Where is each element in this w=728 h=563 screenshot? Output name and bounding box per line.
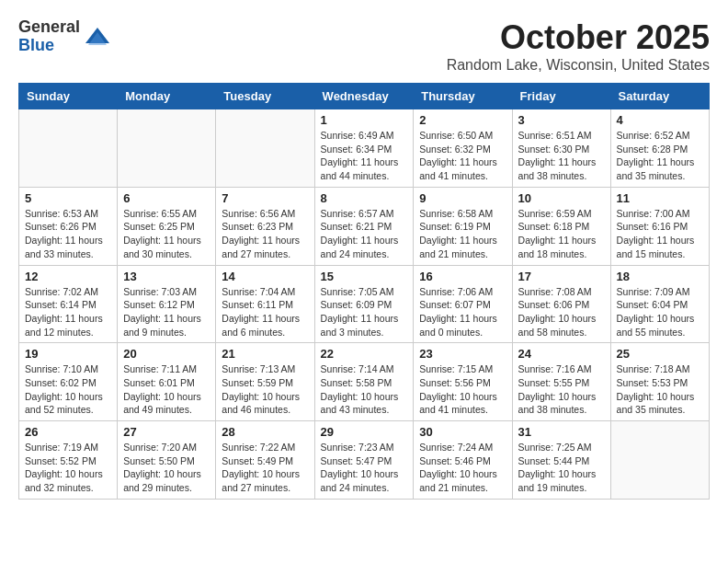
day-number: 18 — [617, 270, 703, 283]
calendar-header-row: SundayMondayTuesdayWednesdayThursdayFrid… — [19, 84, 710, 109]
day-info: Sunrise: 7:04 AM Sunset: 6:11 PM Dayligh… — [222, 285, 308, 339]
day-info: Sunrise: 6:53 AM Sunset: 6:26 PM Dayligh… — [25, 207, 111, 261]
day-info: Sunrise: 7:24 AM Sunset: 5:46 PM Dayligh… — [419, 441, 506, 495]
day-number: 9 — [419, 191, 506, 205]
day-number: 30 — [419, 425, 506, 439]
day-number: 23 — [419, 347, 506, 361]
calendar-cell: 9Sunrise: 6:58 AM Sunset: 6:19 PM Daylig… — [414, 187, 512, 265]
logo: General Blue — [18, 18, 111, 55]
calendar-cell: 10Sunrise: 6:59 AM Sunset: 6:18 PM Dayli… — [512, 187, 610, 265]
calendar-week-3: 12Sunrise: 7:02 AM Sunset: 6:14 PM Dayli… — [19, 265, 710, 343]
calendar-cell: 3Sunrise: 6:51 AM Sunset: 6:30 PM Daylig… — [512, 109, 610, 188]
calendar-header-monday: Monday — [118, 84, 216, 109]
calendar-cell: 1Sunrise: 6:49 AM Sunset: 6:34 PM Daylig… — [314, 109, 414, 188]
day-info: Sunrise: 7:02 AM Sunset: 6:14 PM Dayligh… — [25, 285, 111, 339]
calendar-cell: 4Sunrise: 6:52 AM Sunset: 6:28 PM Daylig… — [610, 109, 709, 188]
calendar-cell: 31Sunrise: 7:25 AM Sunset: 5:44 PM Dayli… — [512, 421, 610, 500]
day-info: Sunrise: 7:06 AM Sunset: 6:07 PM Dayligh… — [419, 285, 506, 339]
calendar-cell: 14Sunrise: 7:04 AM Sunset: 6:11 PM Dayli… — [216, 265, 314, 343]
calendar-cell: 12Sunrise: 7:02 AM Sunset: 6:14 PM Dayli… — [19, 265, 118, 343]
calendar-cell — [118, 109, 216, 188]
calendar: SundayMondayTuesdayWednesdayThursdayFrid… — [18, 83, 710, 500]
calendar-header-saturday: Saturday — [610, 84, 709, 109]
day-info: Sunrise: 6:49 AM Sunset: 6:34 PM Dayligh… — [321, 129, 408, 183]
day-number: 2 — [419, 113, 506, 127]
calendar-cell: 16Sunrise: 7:06 AM Sunset: 6:07 PM Dayli… — [414, 265, 512, 343]
day-number: 16 — [419, 270, 506, 283]
day-info: Sunrise: 6:57 AM Sunset: 6:21 PM Dayligh… — [321, 207, 408, 261]
location: Random Lake, Wisconsin, United States — [447, 57, 710, 74]
day-number: 12 — [25, 270, 111, 283]
day-info: Sunrise: 7:22 AM Sunset: 5:49 PM Dayligh… — [222, 441, 308, 495]
calendar-cell: 19Sunrise: 7:10 AM Sunset: 6:02 PM Dayli… — [19, 343, 118, 421]
calendar-header-sunday: Sunday — [19, 84, 118, 109]
calendar-cell: 26Sunrise: 7:19 AM Sunset: 5:52 PM Dayli… — [19, 421, 118, 500]
day-info: Sunrise: 7:15 AM Sunset: 5:56 PM Dayligh… — [419, 362, 506, 417]
day-info: Sunrise: 7:03 AM Sunset: 6:12 PM Dayligh… — [123, 285, 210, 339]
day-number: 29 — [321, 425, 408, 439]
calendar-cell: 27Sunrise: 7:20 AM Sunset: 5:50 PM Dayli… — [118, 421, 216, 500]
day-number: 22 — [321, 347, 408, 361]
day-info: Sunrise: 7:16 AM Sunset: 5:55 PM Dayligh… — [518, 362, 605, 417]
calendar-week-4: 19Sunrise: 7:10 AM Sunset: 6:02 PM Dayli… — [19, 343, 710, 421]
day-info: Sunrise: 6:59 AM Sunset: 6:18 PM Dayligh… — [518, 207, 605, 261]
calendar-cell: 22Sunrise: 7:14 AM Sunset: 5:58 PM Dayli… — [314, 343, 414, 421]
calendar-cell: 18Sunrise: 7:09 AM Sunset: 6:04 PM Dayli… — [610, 265, 709, 343]
day-number: 6 — [123, 191, 210, 205]
day-info: Sunrise: 6:58 AM Sunset: 6:19 PM Dayligh… — [419, 207, 506, 261]
day-info: Sunrise: 7:11 AM Sunset: 6:01 PM Dayligh… — [123, 362, 210, 417]
day-number: 25 — [617, 347, 703, 361]
day-number: 17 — [518, 270, 605, 283]
logo-general-text: General — [18, 18, 80, 37]
calendar-cell: 24Sunrise: 7:16 AM Sunset: 5:55 PM Dayli… — [512, 343, 610, 421]
calendar-week-5: 26Sunrise: 7:19 AM Sunset: 5:52 PM Dayli… — [19, 421, 710, 500]
month-title: October 2025 — [447, 18, 710, 57]
day-info: Sunrise: 7:09 AM Sunset: 6:04 PM Dayligh… — [617, 285, 703, 339]
day-info: Sunrise: 7:00 AM Sunset: 6:16 PM Dayligh… — [617, 207, 703, 261]
calendar-cell: 29Sunrise: 7:23 AM Sunset: 5:47 PM Dayli… — [314, 421, 414, 500]
day-number: 3 — [518, 113, 605, 127]
day-info: Sunrise: 7:19 AM Sunset: 5:52 PM Dayligh… — [25, 441, 111, 495]
day-number: 10 — [518, 191, 605, 205]
calendar-cell: 8Sunrise: 6:57 AM Sunset: 6:21 PM Daylig… — [314, 187, 414, 265]
day-number: 19 — [25, 347, 111, 361]
day-number: 8 — [321, 191, 408, 205]
calendar-cell: 11Sunrise: 7:00 AM Sunset: 6:16 PM Dayli… — [610, 187, 709, 265]
logo-blue-text: Blue — [18, 37, 80, 55]
day-info: Sunrise: 6:52 AM Sunset: 6:28 PM Dayligh… — [617, 129, 703, 183]
day-info: Sunrise: 7:23 AM Sunset: 5:47 PM Dayligh… — [321, 441, 408, 495]
day-number: 11 — [617, 191, 703, 205]
day-number: 15 — [321, 270, 408, 283]
calendar-cell: 13Sunrise: 7:03 AM Sunset: 6:12 PM Dayli… — [118, 265, 216, 343]
calendar-cell — [19, 109, 118, 188]
day-number: 5 — [25, 191, 111, 205]
day-number: 31 — [518, 425, 605, 439]
calendar-header-tuesday: Tuesday — [216, 84, 314, 109]
calendar-cell: 5Sunrise: 6:53 AM Sunset: 6:26 PM Daylig… — [19, 187, 118, 265]
calendar-cell: 17Sunrise: 7:08 AM Sunset: 6:06 PM Dayli… — [512, 265, 610, 343]
day-number: 13 — [123, 270, 210, 283]
logo-icon — [84, 23, 111, 51]
day-number: 1 — [321, 113, 408, 127]
day-number: 27 — [123, 425, 210, 439]
day-info: Sunrise: 6:51 AM Sunset: 6:30 PM Dayligh… — [518, 129, 605, 183]
day-info: Sunrise: 7:05 AM Sunset: 6:09 PM Dayligh… — [321, 285, 408, 339]
day-info: Sunrise: 7:13 AM Sunset: 5:59 PM Dayligh… — [222, 362, 308, 417]
calendar-cell — [610, 421, 709, 500]
header: General Blue October 2025 Random Lake, W… — [18, 18, 710, 74]
calendar-week-1: 1Sunrise: 6:49 AM Sunset: 6:34 PM Daylig… — [19, 109, 710, 188]
calendar-header-wednesday: Wednesday — [314, 84, 414, 109]
day-info: Sunrise: 7:08 AM Sunset: 6:06 PM Dayligh… — [518, 285, 605, 339]
day-info: Sunrise: 6:50 AM Sunset: 6:32 PM Dayligh… — [419, 129, 506, 183]
day-info: Sunrise: 7:10 AM Sunset: 6:02 PM Dayligh… — [25, 362, 111, 417]
day-number: 24 — [518, 347, 605, 361]
day-number: 26 — [25, 425, 111, 439]
calendar-header-thursday: Thursday — [414, 84, 512, 109]
calendar-week-2: 5Sunrise: 6:53 AM Sunset: 6:26 PM Daylig… — [19, 187, 710, 265]
calendar-cell: 23Sunrise: 7:15 AM Sunset: 5:56 PM Dayli… — [414, 343, 512, 421]
day-number: 21 — [222, 347, 308, 361]
calendar-cell: 30Sunrise: 7:24 AM Sunset: 5:46 PM Dayli… — [414, 421, 512, 500]
title-area: October 2025 Random Lake, Wisconsin, Uni… — [447, 18, 710, 74]
calendar-header-friday: Friday — [512, 84, 610, 109]
day-info: Sunrise: 6:55 AM Sunset: 6:25 PM Dayligh… — [123, 207, 210, 261]
